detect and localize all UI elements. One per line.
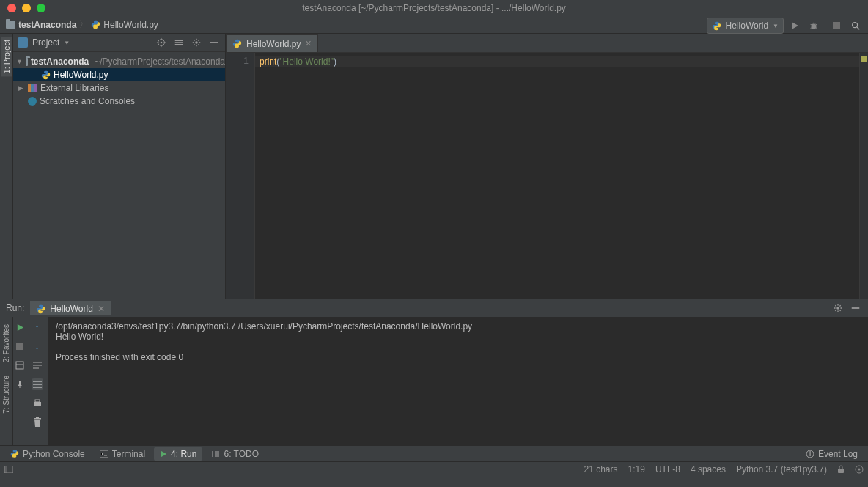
- bottom-tool-tabs: Python Console Terminal 4: Run 6: TODO i…: [0, 445, 868, 461]
- traffic-lights: [0, 4, 45, 12]
- run-button[interactable]: [787, 18, 803, 34]
- svg-rect-8: [852, 307, 860, 309]
- breadcrumb-bar: testAnaconda 〉 HelloWorld.py HelloWorld …: [0, 16, 868, 34]
- up-stack-icon[interactable]: ↑: [32, 321, 43, 333]
- editor-body[interactable]: 1 print("Hello World!"): [226, 53, 868, 299]
- tree-file-label: HelloWorld.py: [54, 70, 108, 80]
- warning-marker-icon[interactable]: [861, 56, 867, 62]
- trash-icon[interactable]: [32, 417, 43, 428]
- run-header: Run: HelloWorld ✕: [0, 299, 868, 317]
- editor-tab-label: HelloWorld.py: [246, 39, 301, 49]
- tab-python-console[interactable]: Python Console: [4, 447, 91, 461]
- status-indent[interactable]: 4 spaces: [691, 464, 726, 475]
- maximize-window-button[interactable]: [37, 4, 45, 12]
- print-icon[interactable]: [32, 398, 43, 409]
- close-tab-icon[interactable]: ✕: [305, 39, 312, 48]
- tree-external-label: External Libraries: [40, 83, 108, 93]
- svg-point-0: [812, 23, 817, 29]
- toolbar-separator: [825, 21, 825, 31]
- svg-point-4: [161, 42, 163, 44]
- tab-terminal[interactable]: Terminal: [94, 447, 151, 461]
- tab-todo-label: 6: TODO: [224, 449, 259, 459]
- library-icon: [28, 84, 37, 92]
- locate-file-icon[interactable]: [155, 36, 168, 49]
- status-encoding[interactable]: UTF-8: [655, 464, 680, 475]
- soft-wrap-icon[interactable]: [32, 359, 43, 371]
- run-toolbar: HelloWorld ▼: [707, 18, 864, 34]
- play-icon: [160, 450, 167, 458]
- run-console-output[interactable]: /opt/anaconda3/envs/test1py3.7/bin/pytho…: [48, 317, 868, 445]
- chevron-down-icon[interactable]: ▼: [64, 40, 70, 46]
- tree-root-name: testAnaconda: [31, 56, 89, 67]
- pin-icon[interactable]: [14, 378, 26, 390]
- code-area[interactable]: print("Hello World!"): [255, 53, 859, 299]
- editor-marker-stripe[interactable]: [859, 53, 868, 299]
- stop-run-button[interactable]: [14, 340, 26, 352]
- project-header: Project ▼: [13, 34, 225, 52]
- run-header-tools: [833, 303, 868, 313]
- down-stack-icon[interactable]: ↓: [32, 340, 43, 352]
- tree-scratches-label: Scratches and Consoles: [40, 96, 135, 106]
- run-settings-gear-icon[interactable]: [833, 303, 843, 313]
- tab-python-console-label: Python Console: [23, 449, 85, 459]
- svg-point-5: [195, 41, 198, 44]
- expand-all-icon[interactable]: [172, 36, 185, 49]
- event-log-icon: i: [806, 450, 814, 458]
- tab-run[interactable]: 4: Run: [154, 447, 202, 461]
- status-cursor-pos[interactable]: 1:19: [628, 464, 645, 475]
- python-file-icon: [232, 39, 242, 48]
- console-line-1: /opt/anaconda3/envs/test1py3.7/bin/pytho…: [56, 321, 472, 332]
- run-config-selector[interactable]: HelloWorld ▼: [707, 18, 784, 34]
- hide-tool-window-icon[interactable]: [207, 36, 221, 49]
- tree-scratches[interactable]: Scratches and Consoles: [13, 95, 225, 108]
- status-inspector-icon[interactable]: [855, 465, 864, 474]
- run-tab-label: HelloWorld: [50, 304, 92, 314]
- rerun-button[interactable]: [14, 321, 26, 333]
- run-config-label: HelloWorld: [726, 21, 768, 31]
- status-chars: 21 chars: [584, 464, 618, 475]
- run-tab-helloworld[interactable]: HelloWorld ✕: [30, 301, 110, 315]
- tool-tab-project[interactable]: 1: Project: [1, 37, 12, 76]
- tool-tab-structure[interactable]: 7: Structure: [1, 373, 11, 417]
- debug-button[interactable]: [806, 18, 822, 34]
- terminal-icon: [100, 450, 108, 458]
- editor-area: HelloWorld.py ✕ 1 print("Hello World!"): [226, 34, 868, 299]
- search-everywhere-button[interactable]: [847, 18, 864, 34]
- status-interpreter[interactable]: Python 3.7 (test1py3.7): [736, 464, 827, 475]
- status-tool-window-icon[interactable]: [4, 466, 13, 473]
- python-file-icon: [41, 70, 51, 80]
- svg-rect-13: [100, 450, 108, 458]
- tab-todo[interactable]: 6: TODO: [205, 447, 265, 461]
- console-line-2: Hello World!: [56, 332, 103, 342]
- editor-tab-helloworld[interactable]: HelloWorld.py ✕: [226, 34, 318, 52]
- tab-event-log[interactable]: i Event Log: [800, 447, 864, 461]
- breadcrumb-file[interactable]: HelloWorld.py: [91, 20, 158, 30]
- line-number-1: 1: [226, 56, 249, 66]
- svg-rect-1: [833, 22, 840, 29]
- status-lock-icon[interactable]: [837, 465, 845, 474]
- tree-file-helloworld[interactable]: HelloWorld.py: [13, 68, 225, 81]
- scroll-to-end-icon[interactable]: [32, 378, 43, 390]
- tab-terminal-label: Terminal: [112, 449, 145, 459]
- project-view-title[interactable]: Project: [32, 37, 59, 48]
- tree-root[interactable]: ▼ testAnaconda ~/PycharmProjects/testAna…: [13, 55, 225, 68]
- minimize-window-button[interactable]: [22, 4, 31, 12]
- tool-tab-favorites[interactable]: 2: Favorites: [1, 321, 11, 365]
- expand-toggle-icon[interactable]: ▶: [16, 84, 25, 92]
- window-titlebar: testAnaconda [~/PycharmProjects/testAnac…: [0, 0, 868, 16]
- stop-button[interactable]: [828, 18, 845, 34]
- tree-external-libraries[interactable]: ▶ External Libraries: [13, 81, 225, 95]
- editor-gutter: 1: [226, 53, 255, 299]
- expand-toggle-icon[interactable]: ▼: [16, 58, 23, 65]
- close-window-button[interactable]: [7, 4, 16, 12]
- settings-gear-icon[interactable]: [190, 36, 203, 49]
- svg-point-20: [858, 468, 861, 470]
- hide-run-window-icon[interactable]: [850, 303, 861, 313]
- svg-rect-17: [4, 466, 7, 473]
- folder-icon: [6, 21, 15, 29]
- breadcrumb-project[interactable]: testAnaconda: [6, 20, 76, 30]
- layout-icon[interactable]: [14, 359, 26, 371]
- close-run-tab-icon[interactable]: ✕: [98, 304, 105, 314]
- svg-text:i: i: [809, 450, 812, 458]
- project-tree[interactable]: ▼ testAnaconda ~/PycharmProjects/testAna…: [13, 52, 225, 111]
